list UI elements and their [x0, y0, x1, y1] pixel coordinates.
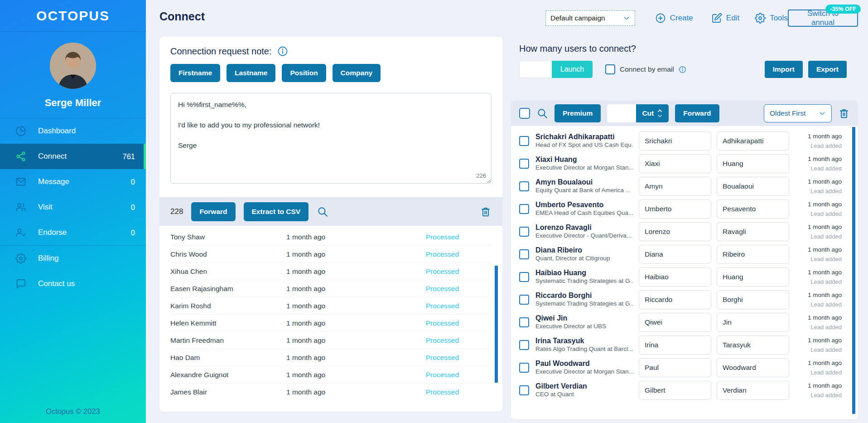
tools-button[interactable]: Tools [755, 13, 788, 24]
user-checkbox[interactable] [519, 204, 529, 214]
trash-icon[interactable] [838, 107, 850, 119]
user-lastname-input[interactable] [717, 131, 789, 151]
user-lastname-input[interactable] [717, 222, 789, 241]
user-row[interactable]: Gilbert VerdianCEO at Quant1 month agoLe… [519, 379, 842, 402]
user-checkbox[interactable] [519, 340, 529, 350]
user-row[interactable]: Srichakri AdhikarapattiHead of FX Spot a… [519, 130, 842, 152]
user-lastname-input[interactable] [717, 290, 789, 309]
user-checkbox[interactable] [519, 385, 529, 395]
user-lastname-input[interactable] [717, 199, 789, 219]
user-lastname-input[interactable] [717, 358, 789, 377]
token-firstname-button[interactable]: Firstname [170, 64, 220, 82]
users-list-scrollbar[interactable] [852, 127, 855, 414]
user-firstname-input[interactable] [639, 222, 711, 241]
user-firstname-input[interactable] [639, 245, 711, 264]
create-button[interactable]: Create [655, 13, 693, 24]
search-icon[interactable] [536, 107, 548, 119]
processed-row[interactable]: Hao Dam1 month agoProcessed [170, 349, 492, 366]
user-firstname-input[interactable] [639, 177, 711, 196]
user-status: Lead added [810, 324, 842, 331]
cut-button[interactable]: Cut [636, 104, 669, 122]
user-checkbox[interactable] [519, 295, 529, 305]
processed-row[interactable]: James Blair1 month agoProcessed [170, 384, 492, 401]
user-row[interactable]: Qiwei JinExecutive Director at UBS1 mont… [519, 311, 842, 334]
sidebar-item-dashboard[interactable]: Dashboard [0, 118, 146, 144]
processed-row[interactable]: Easen Rajasingham1 month agoProcessed [170, 280, 492, 297]
user-firstname-input[interactable] [639, 358, 711, 377]
user-checkbox[interactable] [519, 272, 529, 282]
user-checkbox[interactable] [519, 159, 529, 169]
processed-row[interactable]: Helen Kemmitt1 month agoProcessed [170, 315, 492, 332]
user-firstname-input[interactable] [639, 335, 711, 355]
user-checkbox[interactable] [519, 249, 529, 259]
user-firstname-input[interactable] [639, 154, 711, 173]
edit-button[interactable]: Edit [711, 13, 739, 24]
sidebar-item-endorse[interactable]: Endorse0 [0, 220, 146, 245]
sort-select[interactable]: Oldest First [764, 104, 832, 122]
switch-to-annual-button[interactable]: Switch to annual -35% OFF [788, 10, 858, 27]
user-checkbox[interactable] [519, 317, 529, 327]
user-time: 1 month ago [808, 246, 842, 253]
user-checkbox[interactable] [519, 136, 529, 146]
processed-row[interactable]: Chris Wood1 month agoProcessed [170, 246, 492, 263]
user-lastname-input[interactable] [717, 267, 789, 287]
forward-button[interactable]: Forward [675, 104, 719, 122]
user-lastname-input[interactable] [717, 177, 789, 196]
user-row[interactable]: Paul WoodwardExecutive Director at Morga… [519, 356, 842, 379]
sidebar-item-message[interactable]: Message0 [0, 169, 146, 194]
user-row[interactable]: Irina TarasyukRates Algo Trading Quant a… [519, 334, 842, 356]
user-firstname-input[interactable] [639, 290, 711, 309]
user-firstname-input[interactable] [639, 313, 711, 332]
user-row[interactable]: Umberto PesaventoEMEA Head of Cash Equit… [519, 198, 842, 220]
sidebar-item-label: Endorse [38, 228, 131, 237]
user-lastname-input[interactable] [717, 154, 789, 173]
trash-icon[interactable] [480, 206, 492, 218]
user-row[interactable]: Amyn BoualaouiEquity Quant at Bank of Am… [519, 175, 842, 198]
export-button[interactable]: Export [808, 61, 847, 78]
processed-list-scrollbar[interactable] [495, 266, 498, 383]
user-row[interactable]: Haibiao HuangSystematic Trading Strategi… [519, 266, 842, 288]
processed-row[interactable]: Xihua Chen1 month agoProcessed [170, 263, 492, 280]
user-row[interactable]: Riccardo BorghiSystematic Trading Strate… [519, 288, 842, 311]
user-firstname-input[interactable] [639, 381, 711, 400]
cut-count-input[interactable] [607, 104, 636, 122]
user-lastname-input[interactable] [717, 381, 789, 400]
import-button[interactable]: Import [765, 61, 803, 78]
connect-by-email-checkbox[interactable] [605, 64, 615, 74]
user-firstname-input[interactable] [639, 199, 711, 219]
sidebar-item-connect[interactable]: Connect761 [0, 144, 146, 169]
token-position-button[interactable]: Position [282, 64, 326, 82]
note-textarea[interactable]: Hi %%first_name%%, I'd like to add you t… [170, 93, 492, 184]
user-checkbox[interactable] [519, 227, 529, 237]
user-firstname-input[interactable] [639, 267, 711, 287]
processed-row[interactable]: Karim Roshd1 month agoProcessed [170, 297, 492, 315]
user-firstname-input[interactable] [639, 131, 711, 151]
processed-row[interactable]: Tony Shaw1 month agoProcessed [170, 229, 492, 246]
sidebar-item-billing[interactable]: Billing [0, 246, 146, 271]
info-icon[interactable] [277, 46, 288, 57]
premium-button[interactable]: Premium [555, 104, 601, 122]
sidebar-item-visit[interactable]: Visit0 [0, 194, 146, 220]
campaign-select[interactable]: Default campaign [545, 10, 635, 26]
processed-row[interactable]: Martin Freedman1 month agoProcessed [170, 332, 492, 349]
user-row[interactable]: Diana RibeiroQuant, Director at Citigrou… [519, 243, 842, 266]
user-lastname-input[interactable] [717, 313, 789, 332]
user-checkbox[interactable] [519, 181, 529, 191]
search-icon[interactable] [317, 206, 328, 218]
sidebar-item-contact-us[interactable]: Contact us [0, 271, 146, 297]
forward-button[interactable]: Forward [191, 202, 235, 221]
processed-row[interactable]: Alexandre Guignot1 month agoProcessed [170, 366, 492, 384]
extract-to-csv-button[interactable]: Extract to CSV [244, 202, 309, 221]
user-row[interactable]: Lorenzo RavagliExecutive Director - Quan… [519, 220, 842, 243]
user-lastname-input[interactable] [717, 335, 789, 355]
users-count-input[interactable] [519, 61, 552, 78]
token-company-button[interactable]: Company [333, 64, 381, 82]
info-icon[interactable] [679, 66, 686, 73]
user-row[interactable]: Xiaxi HuangExecutive Director at Morgan … [519, 152, 842, 175]
user-lastname-input[interactable] [717, 245, 789, 264]
user-checkbox[interactable] [519, 363, 529, 373]
launch-button[interactable]: Launch [552, 61, 593, 78]
select-all-checkbox[interactable] [519, 108, 530, 119]
token-lastname-button[interactable]: Lastname [227, 64, 275, 82]
chevron-down-icon [623, 15, 630, 22]
